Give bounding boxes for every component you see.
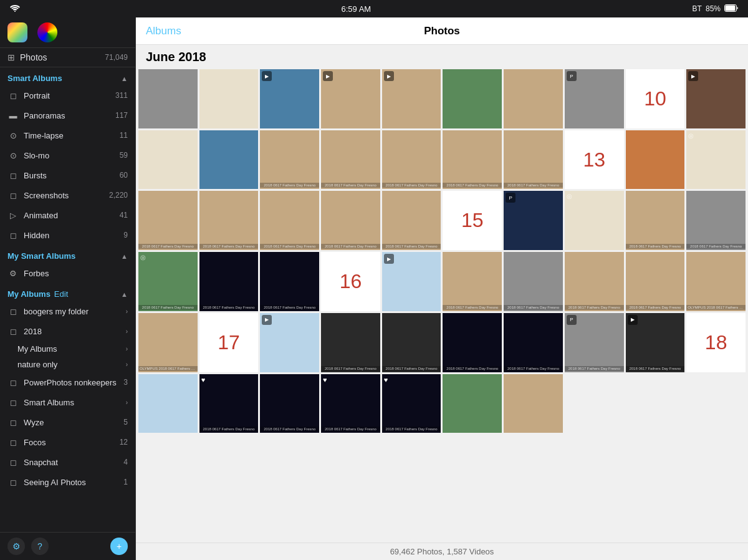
photo-cell[interactable]: 2018 0617 Fathers Day Fresno [321,313,380,372]
sidebar-item-wyze[interactable]: ◻ Wyze 5 [0,412,135,432]
photo-cell[interactable]: ♥2018 0617 Fathers Day Fresno [199,374,259,433]
photo-cell[interactable]: ♥2018 0617 Fathers Day Fresno [321,374,380,433]
smart-albums-header[interactable]: Smart Albums ▲ [0,67,135,85]
sidebar-subitem-my-albums[interactable]: My Albums › [0,341,135,357]
focos-label: Focos [24,438,46,447]
sidebar-item-slowmo[interactable]: ⊙ Slo-mo 59 [0,145,135,165]
sidebar-item-bursts[interactable]: ◻ Bursts 60 [0,165,135,185]
photo-cell[interactable]: 2018 0617 Fathers Day Fresno [382,191,441,250]
heart-badge: ♥ [201,376,206,384]
sidebar-item-2018[interactable]: ◻ 2018 › [0,321,135,341]
photo-cell[interactable] [199,69,259,128]
sidebar-item-seeing-ai[interactable]: ◻ Seeing AI Photos 1 [0,472,135,492]
video-badge: ▶ [384,71,394,81]
sidebar-item-boogers[interactable]: ◻ boogers my folder › [0,301,135,321]
photo-cell[interactable] [138,69,198,128]
slowmo-label: Slo-mo [24,151,49,160]
photo-cell[interactable]: ▶ [321,69,380,128]
photo-cell[interactable]: 2018 0617 Fathers Day Fresno [443,313,502,372]
photo-cell[interactable] [199,130,259,190]
2018-chevron: › [126,328,128,335]
photo-cell[interactable]: OLYMPUS 2018 0617 Fathers Day Fresno [138,313,198,372]
sidebar-item-portrait[interactable]: ◻ Portrait 311 [0,85,135,105]
photo-cell[interactable]: P [565,69,624,128]
photo-cell[interactable]: 16 [321,252,380,311]
photo-cell[interactable]: 15 [443,191,502,250]
photo-cell[interactable]: ◎ [565,191,624,250]
bursts-icon: ◻ [7,170,19,181]
photo-cell[interactable]: 2018 0617 Fathers Day Fresno [382,313,441,372]
photo-cell[interactable]: 2018 0617 Fathers Day Fresno [504,252,563,311]
photo-cell[interactable]: 2018 0617 Fathers Day Fresno [504,130,563,190]
photo-cell[interactable] [443,69,502,128]
sidebar-item-smart-albums-sub[interactable]: ◻ Smart Albums › [0,392,135,412]
photo-cell[interactable]: 2018 0617 Fathers Day Fresno [321,191,380,250]
photo-label: 2018 0617 Fathers Day Fresno [443,366,502,371]
photo-cell[interactable] [138,374,198,433]
photo-cell[interactable]: ▶ [686,69,746,128]
photo-cell[interactable]: ▶ [260,69,319,128]
photos-app-icon[interactable] [7,22,27,42]
my-smart-albums-header[interactable]: My Smart Albums ▲ [0,245,135,263]
edit-button[interactable]: Edit [54,289,68,299]
photo-cell[interactable]: 17 [199,313,259,372]
sidebar-item-hidden[interactable]: ◻ Hidden 9 [0,225,135,245]
photo-cell[interactable]: 2018 0617 Fathers Day Fresno [260,252,319,311]
add-button[interactable]: + [110,538,128,555]
sidebar-item-focos[interactable]: ◻ Focos 12 [0,432,135,452]
photo-cell[interactable]: ▶ [382,69,441,128]
content-header: Albums Photos [136,17,748,45]
multicolor-icon[interactable] [37,22,57,42]
photo-cell[interactable]: ◎ [686,130,746,190]
photo-cell[interactable]: 2018 0617 Fathers Day Fresno [504,313,563,372]
photo-cell[interactable]: 13 [565,130,624,190]
photo-cell[interactable]: 2018 0617 Fathers Day Fresno [199,191,259,250]
photo-label: 2018 0617 Fathers Day Fresno [138,244,198,249]
photos-icon: ⊞ [7,52,15,62]
photo-cell[interactable]: 2018 0617 Fathers Day Fresno [260,191,319,250]
photo-cell[interactable]: 2018 0617 Fathers Day Fresno [626,191,685,250]
photo-cell[interactable]: 2018 0617 Fathers Day Fresno [321,130,380,190]
settings-button[interactable]: ⚙ [7,538,25,555]
photo-cell[interactable]: ▶2018 0617 Fathers Day Fresno [626,313,685,372]
photo-cell[interactable] [504,69,563,128]
sidebar-item-forbes[interactable]: ⚙ Forbes [0,263,135,283]
photo-cell[interactable]: P [504,191,563,250]
my-smart-albums-chevron: ▲ [121,253,128,260]
photo-cell[interactable]: ♥2018 0617 Fathers Day Fresno [382,374,441,433]
photo-cell[interactable]: 18 [686,313,746,372]
back-button[interactable]: Albums [146,25,181,37]
photo-cell[interactable]: ▶ [260,313,319,372]
photos-library-item[interactable]: ⊞ Photos 71,049 [0,48,135,67]
photo-cell[interactable]: 2018 0617 Fathers Day Fresno [199,252,259,311]
photo-cell[interactable]: P2018 0617 Fathers Day Fresno [565,313,624,372]
photo-cell[interactable] [504,374,563,433]
help-button[interactable]: ? [31,538,49,555]
photo-cell[interactable]: 10 [626,69,685,128]
photo-cell[interactable]: 2018 0617 Fathers Day Fresno [565,252,624,311]
sidebar-item-snapchat[interactable]: ◻ Snapchat 4 [0,452,135,472]
photo-label: 2018 0617 Fathers Day Fresno [321,183,380,188]
sidebar-subitem-nature-only[interactable]: nature only › [0,357,135,372]
photo-cell[interactable]: 2018 0617 Fathers Day Fresno [626,252,685,311]
sidebar-item-timelapse[interactable]: ⊙ Time-lapse 11 [0,125,135,145]
photo-cell[interactable]: OLYMPUS 2018 0617 Fathers Day Fresno [686,252,746,311]
sidebar-item-powerphotos[interactable]: ◻ PowerPhotos nonkeepers 3 [0,372,135,392]
sidebar-item-animated[interactable]: ▷ Animated 41 [0,205,135,225]
photo-cell[interactable] [443,374,502,433]
photo-cell[interactable]: 2018 0617 Fathers Day Fresno [382,130,441,190]
photo-cell[interactable]: 2018 0617 Fathers Day Fresno [686,191,746,250]
photo-cell[interactable] [138,130,198,190]
photo-cell[interactable]: ◎2018 0617 Fathers Day Fresno [138,252,198,311]
photo-cell[interactable]: 2018 0617 Fathers Day Fresno [443,252,502,311]
photo-cell[interactable]: 2018 0617 Fathers Day Fresno [138,191,198,250]
photo-cell[interactable]: 2018 0617 Fathers Day Fresno [443,130,502,190]
sidebar-item-screenshots[interactable]: ◻ Screenshots 2,220 [0,185,135,205]
my-albums-label[interactable]: My Albums [7,289,50,299]
photo-cell[interactable]: 2018 0617 Fathers Day Fresno [260,130,319,190]
photo-cell[interactable]: 2018 0617 Fathers Day Fresno [260,374,319,433]
forbes-icon: ⚙ [7,268,19,279]
sidebar-item-panoramas[interactable]: ▬ Panoramas 117 [0,105,135,125]
photo-cell[interactable] [626,130,685,190]
photo-cell[interactable]: ▶ [382,252,441,311]
